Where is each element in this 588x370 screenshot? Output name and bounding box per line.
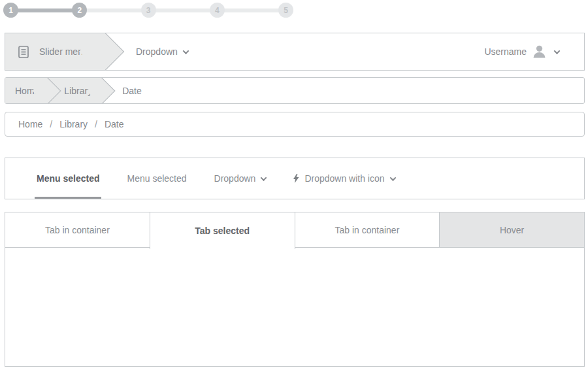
tab-hover[interactable]: Hover [439,212,585,248]
menu-dropdown-with-icon[interactable]: Dropdown with icon [293,158,395,199]
tab-content-panel [5,247,585,367]
menu-item[interactable]: Menu selected [127,158,186,199]
menu-dropdown[interactable]: Dropdown [214,158,267,199]
tab-label: Tab in container [45,225,110,235]
stepper-step-5[interactable]: 5 [278,3,293,18]
tab-selected[interactable]: Tab selected [150,212,295,249]
username-menu[interactable]: Username [484,45,584,58]
breadcrumb-item-library[interactable]: Library [59,119,88,129]
slider-menu-button[interactable]: Slider menu [5,33,102,70]
page: 1 2 3 4 5 Slider menu Dropdown [5,3,585,367]
header-dropdown-label: Dropdown [136,46,178,57]
tab-bar: Tab in container Tab selected Tab in con… [5,212,585,248]
breadcrumb-item-home[interactable]: Home [18,119,42,129]
tab-label: Tab selected [195,226,250,236]
breadcrumb-item-date: Date [105,119,124,129]
stepper-step-2[interactable]: 2 [72,3,87,18]
menu-bar: Menu selected Menu selected Dropdown Dro… [5,158,585,199]
menu-item-label: Dropdown [214,173,256,184]
breadcrumb-label: Home [15,86,39,96]
stepper-connector [223,8,280,12]
breadcrumb-separator: / [95,119,97,129]
tab-label: Tab in container [335,225,399,235]
stepper-connector [85,8,142,12]
header-bar: Slider menu Dropdown Username [5,33,585,71]
chevron-down-icon [389,175,396,181]
tab-label: Hover [500,225,524,235]
chevron-down-icon [554,48,561,54]
stepper-connector [154,8,212,12]
username-label: Username [484,46,527,57]
menu-item-selected[interactable]: Menu selected [37,158,99,199]
breadcrumb-label: Library [64,86,92,96]
breadcrumb-separator: / [50,119,52,129]
breadcrumb-arrows: Home Library Date [5,77,585,104]
lightning-icon [293,174,299,183]
tab-in-container-2[interactable]: Tab in container [295,212,440,248]
menu-item-label: Dropdown with icon [304,173,384,184]
tab-in-container-1[interactable]: Tab in container [5,212,150,248]
list-document-icon [18,46,29,58]
header-dropdown[interactable]: Dropdown [136,46,188,57]
stepper-step-4[interactable]: 4 [210,3,225,18]
breadcrumb-label: Date [122,86,142,96]
chevron-down-icon [182,48,189,54]
breadcrumb-slash: Home / Library / Date [5,112,585,137]
stepper: 1 2 3 4 5 [3,3,293,18]
chevron-down-icon [261,175,267,181]
user-avatar-icon [532,45,546,58]
menu-item-label: Menu selected [127,173,186,184]
breadcrumb-item-home[interactable]: Home [5,78,47,103]
menu-item-label: Menu selected [37,173,99,184]
slider-menu-label: Slider menu [39,46,88,57]
stepper-step-1[interactable]: 1 [3,3,18,18]
stepper-step-3[interactable]: 3 [141,3,156,18]
stepper-connector [16,8,74,12]
